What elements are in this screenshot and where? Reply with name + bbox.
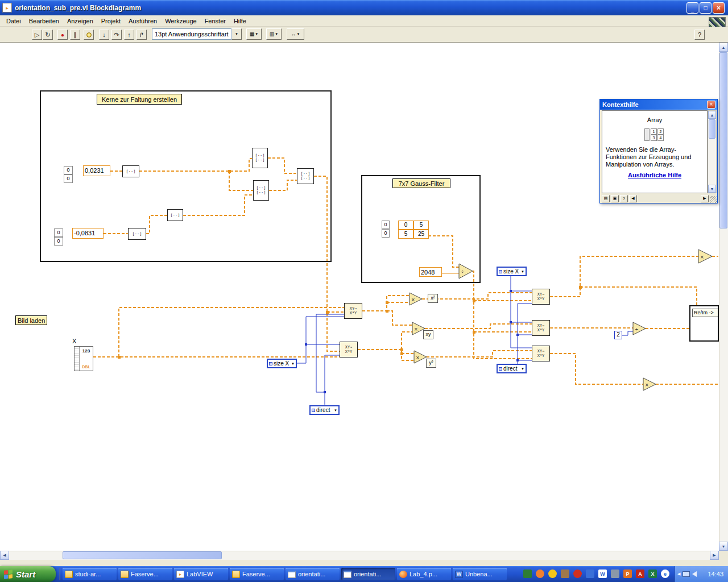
menu-bearbeiten[interactable]: Bearbeiten xyxy=(25,16,63,26)
acrobat-tray-icon[interactable]: A xyxy=(636,569,644,578)
messenger-tray-icon[interactable] xyxy=(548,569,557,578)
volume-tray-icon[interactable] xyxy=(692,571,697,577)
tray-icon-2[interactable] xyxy=(536,569,544,578)
direct-enum[interactable]: direct▼ xyxy=(309,405,340,415)
convolution-node[interactable]: XY→X*Y xyxy=(344,303,362,319)
menu-anzeigen[interactable]: Anzeigen xyxy=(63,16,97,26)
menu-werkzeuge[interactable]: Werkzeuge xyxy=(161,16,200,26)
tray-icon-8[interactable] xyxy=(611,569,619,578)
context-help-titlebar[interactable]: Kontexthilfe xyxy=(600,99,717,110)
size-x-enum[interactable]: size X▼ xyxy=(497,267,527,276)
scroll-up-button[interactable]: ▲ xyxy=(708,111,716,119)
minimize-button[interactable]: _ xyxy=(686,2,698,14)
re-im-node[interactable]: Re/Im -> xyxy=(689,305,719,342)
menu-ausfuehren[interactable]: Ausführen xyxy=(125,16,161,26)
direct-enum[interactable]: direct▼ xyxy=(497,364,527,373)
hide-icons-chevron[interactable]: ◀ xyxy=(677,572,680,576)
array-index-box[interactable]: 0 xyxy=(54,237,63,246)
menu-projekt[interactable]: Projekt xyxy=(97,16,125,26)
array-index-box[interactable]: 0 xyxy=(382,221,390,229)
start-button[interactable]: Start xyxy=(0,566,56,582)
step-over-button[interactable]: ↷ xyxy=(111,30,122,40)
history-back-button[interactable]: ◀ xyxy=(629,195,637,202)
align-objects-dropdown[interactable]: ▦▼ xyxy=(246,28,262,40)
taskbar-clock[interactable]: 14:43 xyxy=(708,571,723,577)
window-titlebar[interactable]: ▸ orientation_sub_pre.vi Blockdiagramm _… xyxy=(0,0,728,15)
taskbar-item[interactable]: WUnbena... xyxy=(453,568,507,580)
taskbar-item[interactable]: Faserve... xyxy=(230,568,284,580)
detailed-help-link[interactable]: Ausführliche Hilfe xyxy=(602,172,707,178)
build-array-node[interactable]: [··][··] xyxy=(297,168,314,184)
array-index-box[interactable]: 0 xyxy=(54,228,63,237)
convolution-node[interactable]: XY→X*Y xyxy=(532,320,550,336)
gauss-matrix-cell[interactable]: 5 xyxy=(413,221,429,230)
array-function-node[interactable]: [··] xyxy=(167,209,183,221)
scroll-right-button[interactable]: ▶ xyxy=(710,551,719,560)
size-x-enum[interactable]: size X▼ xyxy=(267,359,297,368)
array-index-box[interactable]: 0 xyxy=(382,229,390,238)
convolution-node[interactable]: XY→X*Y xyxy=(532,346,550,361)
step-into-button[interactable]: ↓ xyxy=(99,30,109,40)
resize-objects-dropdown[interactable]: ↔▼ xyxy=(287,28,304,40)
help-button[interactable]: ? xyxy=(694,30,705,40)
tray-icon-4[interactable] xyxy=(561,569,569,578)
menu-hilfe[interactable]: Hilfe xyxy=(230,16,250,26)
taskbar-item[interactable]: orientati... xyxy=(286,568,340,580)
gauss-matrix-cell[interactable]: 0 xyxy=(398,221,413,230)
horizontal-scroll-thumb[interactable] xyxy=(63,551,222,559)
array-index-box[interactable]: 0 xyxy=(64,174,73,183)
build-array-node[interactable]: [··] xyxy=(128,228,146,240)
run-continuous-button[interactable]: ↻ xyxy=(43,30,53,40)
abort-button[interactable]: ● xyxy=(57,30,68,40)
font-ring-arrow[interactable]: ▼ xyxy=(231,28,242,40)
font-ring[interactable]: 13pt Anwendungsschriftart xyxy=(152,28,231,40)
taskbar-item[interactable]: Lab_4.p... xyxy=(397,568,451,580)
tray-icon-6[interactable] xyxy=(586,569,594,578)
x-array-control[interactable]: 123 DBL xyxy=(74,346,93,371)
menu-datei[interactable]: Datei xyxy=(2,16,25,26)
dbl-constant[interactable]: -0,0831 xyxy=(72,228,104,239)
scroll-down-button[interactable]: ▼ xyxy=(708,185,716,193)
array-function-node[interactable]: [··][··] xyxy=(253,180,269,201)
context-help-scrollbar[interactable]: ▲ ▼ xyxy=(708,110,717,193)
pause-button[interactable]: ∥ xyxy=(70,30,80,40)
close-button[interactable]: × xyxy=(713,2,725,14)
taskbar-item[interactable]: Faserve... xyxy=(118,568,172,580)
lock-help-button[interactable]: ▣ xyxy=(611,195,619,202)
taskbar-item-active[interactable]: orientati... xyxy=(341,568,395,580)
array-index-box[interactable]: 0 xyxy=(64,166,73,174)
build-array-node[interactable]: [··] xyxy=(122,165,139,177)
tray-icon-5[interactable] xyxy=(573,569,582,578)
vertical-scroll-thumb[interactable] xyxy=(719,52,727,228)
scroll-up-button[interactable]: ▲ xyxy=(719,43,728,52)
resize-grip[interactable] xyxy=(710,196,717,203)
tray-icon-1[interactable] xyxy=(523,569,532,578)
detailed-help-button[interactable]: ? xyxy=(620,195,628,202)
scroll-down-button[interactable]: ▼ xyxy=(719,542,728,551)
excel-tray-icon[interactable]: X xyxy=(648,569,657,578)
context-help-window[interactable]: Kontexthilfe × Array 1 2 3 4 Verwenden S… xyxy=(599,99,718,203)
dbl-constant[interactable]: 0,0231 xyxy=(83,165,110,176)
ie-tray-icon[interactable]: e xyxy=(661,569,669,578)
numeric-constant-2048[interactable]: 2048 xyxy=(419,267,442,277)
context-help-close-button[interactable]: × xyxy=(707,101,715,109)
gauss-matrix-cell[interactable]: 5 xyxy=(398,230,413,239)
menu-fenster[interactable]: Fenster xyxy=(201,16,230,26)
scroll-thumb[interactable] xyxy=(709,119,715,139)
run-button[interactable]: ▷ xyxy=(32,30,42,40)
taskbar-item[interactable]: studi-ar... xyxy=(63,568,117,580)
restore-button[interactable]: □ xyxy=(700,2,712,14)
scroll-left-button[interactable]: ◀ xyxy=(0,551,9,560)
show-terminals-button[interactable]: ▤ xyxy=(602,195,610,202)
word-tray-icon[interactable]: W xyxy=(598,569,607,578)
array-function-node[interactable]: [··][··] xyxy=(252,148,268,168)
powerpoint-tray-icon[interactable]: P xyxy=(623,569,632,578)
integer-constant-2[interactable]: 2 xyxy=(614,331,622,339)
highlight-execution-button[interactable] xyxy=(84,30,94,40)
taskbar-item[interactable]: ▸LabVIEW xyxy=(174,568,228,580)
convolution-node[interactable]: XY→X*Y xyxy=(340,342,358,357)
network-tray-icon[interactable] xyxy=(682,571,690,577)
history-forward-button[interactable]: ▶ xyxy=(701,195,709,202)
gauss-matrix-cell[interactable]: 25 xyxy=(413,230,429,239)
step-exit-button[interactable]: ↱ xyxy=(136,30,147,40)
